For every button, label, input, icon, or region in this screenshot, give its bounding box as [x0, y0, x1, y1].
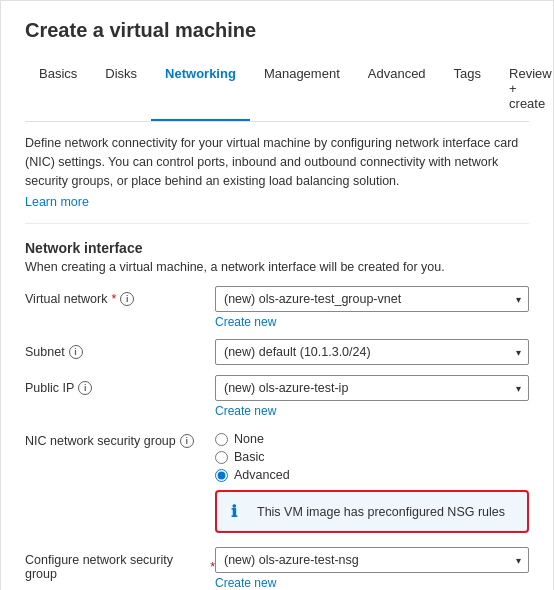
- info-icon-public-ip[interactable]: i: [78, 381, 92, 395]
- select-wrapper-public-ip: (new) ols-azure-test-ip ▾: [215, 375, 529, 401]
- label-public-ip: Public IP i: [25, 375, 215, 395]
- control-nic-nsg: None Basic Advanced ℹ This VM image has …: [215, 428, 529, 537]
- subnet-select[interactable]: (new) default (10.1.3.0/24): [215, 339, 529, 365]
- tab-networking[interactable]: Networking: [151, 58, 250, 121]
- control-virtual-network: (new) ols-azure-test_group-vnet ▾ Create…: [215, 286, 529, 329]
- info-box-nsg-rules: ℹ This VM image has preconfigured NSG ru…: [215, 490, 529, 533]
- form-row-public-ip: Public IP i (new) ols-azure-test-ip ▾ Cr…: [25, 375, 529, 418]
- radio-label-none: None: [234, 432, 264, 446]
- public-ip-select[interactable]: (new) ols-azure-test-ip: [215, 375, 529, 401]
- tab-management[interactable]: Management: [250, 58, 354, 121]
- form-row-subnet: Subnet i (new) default (10.1.3.0/24) ▾: [25, 339, 529, 365]
- tab-disks[interactable]: Disks: [91, 58, 151, 121]
- control-public-ip: (new) ols-azure-test-ip ▾ Create new: [215, 375, 529, 418]
- label-nic-nsg: NIC network security group i: [25, 428, 215, 448]
- radio-group-nic-nsg: None Basic Advanced: [215, 428, 529, 482]
- radio-label-basic: Basic: [234, 450, 265, 464]
- required-indicator: *: [111, 292, 116, 306]
- tab-review-create[interactable]: Review + create: [495, 58, 554, 121]
- configure-nsg-select[interactable]: (new) ols-azure-test-nsg: [215, 547, 529, 573]
- radio-item-none[interactable]: None: [215, 432, 529, 446]
- radio-advanced[interactable]: [215, 469, 228, 482]
- tabs-bar: Basics Disks Networking Management Advan…: [25, 58, 529, 122]
- label-subnet: Subnet i: [25, 339, 215, 359]
- form-row-configure-nsg: Configure network security group * (new)…: [25, 547, 529, 590]
- radio-label-advanced: Advanced: [234, 468, 290, 482]
- page-title: Create a virtual machine: [25, 19, 529, 42]
- control-configure-nsg: (new) ols-azure-test-nsg ▾ Create new: [215, 547, 529, 590]
- virtual-network-select[interactable]: (new) ols-azure-test_group-vnet: [215, 286, 529, 312]
- create-new-virtual-network-link[interactable]: Create new: [215, 315, 529, 329]
- form-row-nic-nsg: NIC network security group i None Basic …: [25, 428, 529, 537]
- radio-item-basic[interactable]: Basic: [215, 450, 529, 464]
- select-wrapper-configure-nsg: (new) ols-azure-test-nsg ▾: [215, 547, 529, 573]
- page-description: Define network connectivity for your vir…: [25, 134, 529, 190]
- section-desc-network-interface: When creating a virtual machine, a netwo…: [25, 260, 529, 274]
- control-subnet: (new) default (10.1.3.0/24) ▾: [215, 339, 529, 365]
- radio-basic[interactable]: [215, 451, 228, 464]
- page-wrapper: Create a virtual machine Basics Disks Ne…: [0, 0, 554, 590]
- info-icon-subnet[interactable]: i: [69, 345, 83, 359]
- info-icon-nic-nsg[interactable]: i: [180, 434, 194, 448]
- label-virtual-network: Virtual network * i: [25, 286, 215, 306]
- section-title-network-interface: Network interface: [25, 240, 529, 256]
- info-circle-icon: ℹ: [231, 502, 249, 521]
- learn-more-link[interactable]: Learn more: [25, 195, 89, 209]
- create-new-nsg-link[interactable]: Create new: [215, 576, 529, 590]
- create-new-public-ip-link[interactable]: Create new: [215, 404, 529, 418]
- divider-1: [25, 223, 529, 224]
- radio-item-advanced[interactable]: Advanced: [215, 468, 529, 482]
- label-configure-nsg: Configure network security group *: [25, 547, 215, 581]
- info-icon-virtual-network[interactable]: i: [120, 292, 134, 306]
- radio-none[interactable]: [215, 433, 228, 446]
- info-box-text: This VM image has preconfigured NSG rule…: [257, 505, 505, 519]
- select-wrapper-virtual-network: (new) ols-azure-test_group-vnet ▾: [215, 286, 529, 312]
- tab-tags[interactable]: Tags: [440, 58, 495, 121]
- form-row-virtual-network: Virtual network * i (new) ols-azure-test…: [25, 286, 529, 329]
- select-wrapper-subnet: (new) default (10.1.3.0/24) ▾: [215, 339, 529, 365]
- tab-advanced[interactable]: Advanced: [354, 58, 440, 121]
- tab-basics[interactable]: Basics: [25, 58, 91, 121]
